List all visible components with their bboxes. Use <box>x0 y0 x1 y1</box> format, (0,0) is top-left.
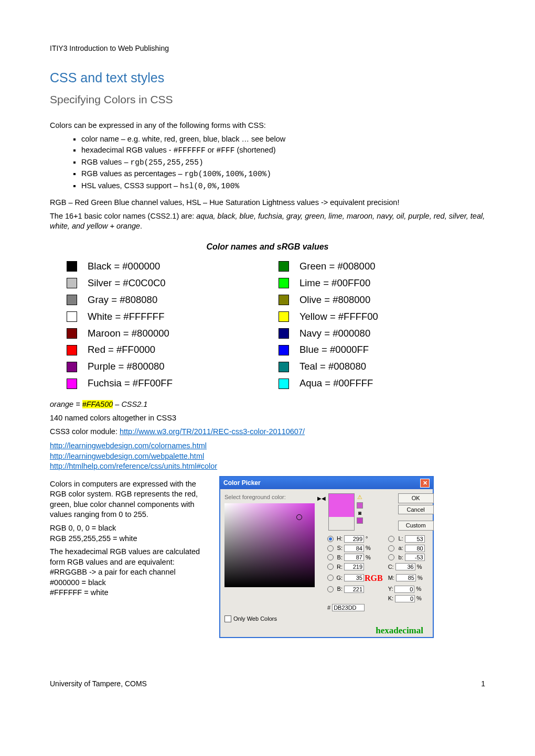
unit: % <box>366 544 373 552</box>
ok-button[interactable]: OK <box>398 493 434 503</box>
css3-module-link[interactable]: http://www.w3.org/TR/2011/REC-css3-color… <box>120 427 305 436</box>
l-radio[interactable] <box>388 536 394 542</box>
list-item: color name – e.g. white, red, green, blu… <box>81 134 485 145</box>
color-swatch-icon <box>279 261 289 272</box>
s-radio[interactable] <box>327 545 334 552</box>
m-label: M: <box>388 574 394 582</box>
color-swatch-icon <box>67 311 77 322</box>
only-web-colors-checkbox[interactable]: Only Web Colors <box>224 615 277 623</box>
c-label: C: <box>388 563 394 571</box>
hex-input[interactable] <box>332 604 365 611</box>
swatch-row: Teal = #008080 <box>279 360 378 373</box>
swatch-row: Black = #000000 <box>67 260 173 273</box>
color-swatch-icon <box>67 379 77 389</box>
gamut-warning: ⚠ ◙ <box>357 493 363 531</box>
picker-title-text: Color Picker <box>223 479 261 487</box>
text: #000000 = black <box>50 578 106 587</box>
hex-annotation: hexadecimal <box>220 625 433 637</box>
bch-label: B: <box>335 585 343 593</box>
text: color name – e.g. white, red, green, blu… <box>81 135 285 143</box>
b-radio[interactable] <box>388 554 394 560</box>
swatch-table-title: Color names and sRGB values <box>50 241 485 253</box>
swatch-row: Green = #008000 <box>279 260 378 273</box>
l-input[interactable] <box>405 535 425 543</box>
swatch-col-left: Black = #000000Silver = #C0C0C0Gray = #8… <box>50 260 173 391</box>
cancel-button[interactable]: Cancel <box>398 505 434 515</box>
list-item: hexadecimal RGB values - #FFFFFF or #FFF… <box>81 145 485 156</box>
para-hex-explain: The hexadecimal RGB values are calculate… <box>50 547 210 598</box>
mini-swatch[interactable] <box>357 502 363 509</box>
color-gradient[interactable] <box>224 503 315 587</box>
htmlhelp-link[interactable]: http://htmlhelp.com/reference/css/units.… <box>50 462 217 470</box>
a-label: a: <box>396 544 403 552</box>
bval-label: B: <box>335 554 343 561</box>
para-rgb-system: Colors in computers are expressed with t… <box>50 479 210 520</box>
swatch-label: Black = #000000 <box>88 260 160 273</box>
r-radio[interactable] <box>327 564 334 570</box>
swatch-row: White = #FFFFFF <box>67 310 173 323</box>
swatch-label: Aqua = #00FFFF <box>299 377 373 390</box>
k-input[interactable] <box>395 595 415 602</box>
checkbox-icon <box>224 615 231 622</box>
color-swatch-icon <box>279 278 289 288</box>
bch-input[interactable] <box>344 586 364 593</box>
list-item: RGB values – rgb(255,255,255) <box>81 157 485 168</box>
swatch-row: Gray = #808080 <box>67 294 173 307</box>
web-safe-icon[interactable]: ◙ <box>358 510 361 517</box>
color-names-para: The 16+1 basic color names (CSS2.1) are:… <box>50 211 485 232</box>
swatch-label: Lime = #00FF00 <box>299 277 370 290</box>
owc-label: Only Web Colors <box>233 615 277 623</box>
h-input[interactable] <box>344 535 364 543</box>
webpalette-link[interactable]: http://learningwebdesign.com/webpalette.… <box>50 452 204 460</box>
color-swatch-icon <box>279 345 289 355</box>
r-input[interactable] <box>344 563 364 570</box>
g-radio[interactable] <box>327 575 334 581</box>
colornames-link[interactable]: http://learningwebdesign.com/colornames.… <box>50 441 207 450</box>
bval-radio[interactable] <box>327 554 334 560</box>
swatch-label: Fuchsia = #FF00FF <box>88 377 173 390</box>
text: or <box>206 146 217 154</box>
unit: % <box>366 554 373 561</box>
hue-slider-handle-icon: ▶◀ <box>317 496 325 501</box>
a-input[interactable] <box>405 545 425 552</box>
intro-text: Colors can be expressed in any of the fo… <box>50 121 485 131</box>
page-subtitle: Specifying Colors in CSS <box>50 92 485 107</box>
text: RGB 0, 0, 0 = black <box>50 524 116 532</box>
swatch-row: Yellow = #FFFF00 <box>279 310 378 323</box>
s-input[interactable] <box>344 545 364 552</box>
b-input[interactable] <box>405 554 425 561</box>
rgb-annotation: RGB <box>365 573 383 584</box>
c-input[interactable] <box>395 563 415 570</box>
code: #FFF <box>217 146 235 155</box>
color-swatch-icon <box>67 345 77 355</box>
h-label: H: <box>335 535 343 543</box>
mini-swatch[interactable] <box>357 517 363 524</box>
picker-titlebar: Color Picker ✕ <box>220 477 433 489</box>
a-radio[interactable] <box>388 545 394 552</box>
bch-radio[interactable] <box>327 586 334 592</box>
swatch-label: Maroon = #800000 <box>88 327 169 340</box>
m-input[interactable] <box>396 574 416 581</box>
unit: % <box>416 595 424 602</box>
para-rgb-examples: RGB 0, 0, 0 = black RGB 255,255,255 = wh… <box>50 523 210 544</box>
color-swatch-icon <box>279 362 289 372</box>
close-icon[interactable]: ✕ <box>420 479 430 488</box>
h-radio[interactable] <box>327 536 334 542</box>
link-block: http://learningwebdesign.com/colornames.… <box>50 441 485 472</box>
warning-icon[interactable]: ⚠ <box>357 493 362 501</box>
swatch-label: Yellow = #FFFF00 <box>299 310 378 323</box>
swatch-col-right: Green = #008000Lime = #00FF00Olive = #80… <box>262 260 378 391</box>
g-input[interactable] <box>344 574 364 581</box>
swatch-row: Silver = #C0C0C0 <box>67 277 173 290</box>
text: RGB values as percentages – <box>81 169 185 178</box>
swatch-row: Aqua = #00FFFF <box>279 377 378 390</box>
page-title: CSS and text styles <box>50 69 485 87</box>
bval-input[interactable] <box>344 554 364 561</box>
y-input[interactable] <box>394 586 414 593</box>
text: #FFFFFF = white <box>50 588 109 597</box>
custom-button[interactable]: Custom <box>398 521 434 531</box>
color-preview <box>328 493 355 531</box>
list-item: RGB values as percentages – rgb(100%,100… <box>81 169 485 180</box>
code: #FFFFFF <box>174 146 206 155</box>
text: hexadecimal RGB values - <box>81 146 174 154</box>
